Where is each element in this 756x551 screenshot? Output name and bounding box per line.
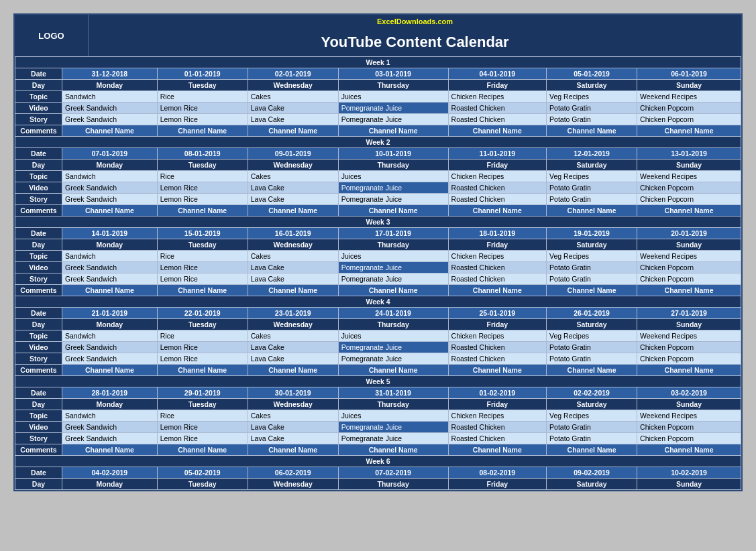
week-6-day-3: Thursday <box>338 479 448 490</box>
week-5-day-0: Monday <box>62 399 158 410</box>
week-3-day-2: Wednesday <box>248 239 338 251</box>
week-2-topic-6: Weekend Recipes <box>637 171 741 182</box>
week-1-date-6: 06-01-2019 <box>637 68 741 80</box>
week-1-topic-2: Cakes <box>248 91 338 103</box>
week-5-comments-4: Channel Name <box>448 444 547 456</box>
week-6-date-6: 10-02-2019 <box>637 467 741 479</box>
week-2-video-1: Lemon Rice <box>157 182 248 194</box>
week-2-story-0: Greek Sandwich <box>62 194 158 205</box>
calendar-title: YouTube Content Calendar <box>89 28 741 56</box>
week-1-story-3: Pomegranate Juice <box>338 114 448 125</box>
week-1-video-5: Potato Gratin <box>547 103 637 114</box>
week-6-date-5: 09-02-2019 <box>547 467 637 479</box>
week-1-video-6: Chicken Popcorn <box>637 103 741 114</box>
week-2-date-1: 08-01-2019 <box>157 148 248 160</box>
week-3-video-1: Lemon Rice <box>157 262 248 273</box>
week-6-date-3: 07-02-2019 <box>338 467 448 479</box>
week-2-story-2: Lava Cake <box>248 194 338 205</box>
week-3-topic-4: Chicken Recipes <box>448 251 547 262</box>
week-6-date-2: 06-02-2019 <box>248 467 338 479</box>
week-4-date-3: 24-01-2019 <box>338 308 448 319</box>
week-5-day-2: Wednesday <box>248 399 338 410</box>
week-1-date-0: 31-12-2018 <box>62 68 158 80</box>
week-1-topic-5: Veg Recipes <box>547 91 637 103</box>
week-3-story-2: Lava Cake <box>248 273 338 285</box>
week-1-story-label: Story <box>15 114 62 125</box>
week-4-date-4: 25-01-2019 <box>448 308 547 319</box>
week-5-comments-6: Channel Name <box>637 444 741 456</box>
week-4-day-0: Monday <box>62 319 158 330</box>
week-3-topic-1: Rice <box>157 251 248 262</box>
week-2-video-4: Roasted Chicken <box>448 182 547 194</box>
week-3-comments-0: Channel Name <box>62 285 158 296</box>
week-1-video-0: Greek Sandwich <box>62 103 158 114</box>
week-2-video-2: Lava Cake <box>248 182 338 194</box>
week-3-video-2: Lava Cake <box>248 262 338 273</box>
week-5-day-1: Tuesday <box>157 399 248 410</box>
week-4-comments-label: Comments <box>15 365 62 376</box>
week-4-video-6: Chicken Popcorn <box>637 342 741 353</box>
week-5-date-5: 02-02-2019 <box>547 387 637 399</box>
week-5-video-2: Lava Cake <box>248 422 338 433</box>
week-1-story-5: Potato Gratin <box>547 114 637 125</box>
week-2-story-6: Chicken Popcorn <box>637 194 741 205</box>
week-4-video-1: Lemon Rice <box>157 342 248 353</box>
week-3-video-3: Pomegranate Juice <box>338 262 448 273</box>
week-5-topic-2: Cakes <box>248 410 338 422</box>
week-3-date-4: 18-01-2019 <box>448 228 547 239</box>
week-4-comments-0: Channel Name <box>62 365 158 376</box>
week-2-day-label: Day <box>15 160 62 171</box>
week-3-story-4: Roasted Chicken <box>448 273 547 285</box>
week-5-video-4: Roasted Chicken <box>448 422 547 433</box>
week-4-topic-3: Juices <box>338 330 448 342</box>
week-1-day-1: Tuesday <box>157 80 248 91</box>
week-1-topic-label: Topic <box>15 91 62 103</box>
week-1-date-1: 01-01-2019 <box>157 68 248 80</box>
week-3-day-1: Tuesday <box>157 239 248 251</box>
week-4-date-label: Date <box>15 308 62 319</box>
week-1-date-4: 04-01-2019 <box>448 68 547 80</box>
week-1-date-2: 02-01-2019 <box>248 68 338 80</box>
week-3-story-label: Story <box>15 273 62 285</box>
logo-cell: LOGO <box>15 15 89 56</box>
week-5-date-0: 28-01-2019 <box>62 387 158 399</box>
week-4-day-4: Friday <box>448 319 547 330</box>
week-2-video-5: Potato Gratin <box>547 182 637 194</box>
week-1-story-6: Chicken Popcorn <box>637 114 741 125</box>
week-2-comments-3: Channel Name <box>338 205 448 217</box>
week-3-comments-4: Channel Name <box>448 285 547 296</box>
week-4-day-3: Thursday <box>338 319 448 330</box>
week-2-day-5: Saturday <box>547 160 637 171</box>
week-2-date-0: 07-01-2019 <box>62 148 158 160</box>
week-4-date-5: 26-01-2019 <box>547 308 637 319</box>
week-2-video-6: Chicken Popcorn <box>637 182 741 194</box>
week-3-topic-0: Sandwich <box>62 251 158 262</box>
week-1-comments-3: Channel Name <box>338 125 448 137</box>
week-4-topic-4: Chicken Recipes <box>448 330 547 342</box>
week-5-header: Week 5 <box>15 376 741 387</box>
week-6-day-5: Saturday <box>547 479 637 490</box>
week-5-day-4: Friday <box>448 399 547 410</box>
week-3-date-2: 16-01-2019 <box>248 228 338 239</box>
week-3-comments-label: Comments <box>15 285 62 296</box>
week-4-comments-6: Channel Name <box>637 365 741 376</box>
week-5-day-6: Sunday <box>637 399 741 410</box>
week-1-date-label: Date <box>15 68 62 80</box>
week-4-story-3: Pomegranate Juice <box>338 353 448 365</box>
week-5-date-4: 01-02-2019 <box>448 387 547 399</box>
week-2-header: Week 2 <box>15 137 741 148</box>
week-2-comments-6: Channel Name <box>637 205 741 217</box>
week-4-topic-5: Veg Recipes <box>547 330 637 342</box>
week-5-video-6: Chicken Popcorn <box>637 422 741 433</box>
week-2-topic-5: Veg Recipes <box>547 171 637 182</box>
week-3-story-6: Chicken Popcorn <box>637 273 741 285</box>
week-1-date-5: 05-01-2019 <box>547 68 637 80</box>
week-1-day-3: Thursday <box>338 80 448 91</box>
week-4-comments-2: Channel Name <box>248 365 338 376</box>
week-6-day-1: Tuesday <box>157 479 248 490</box>
week-3-date-0: 14-01-2019 <box>62 228 158 239</box>
week-4-video-0: Greek Sandwich <box>62 342 158 353</box>
week-1-comments-2: Channel Name <box>248 125 338 137</box>
week-5-story-5: Potato Gratin <box>547 433 637 444</box>
week-1-topic-3: Juices <box>338 91 448 103</box>
